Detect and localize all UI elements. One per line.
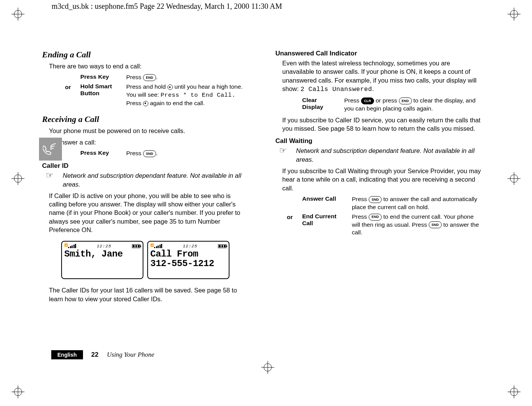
caller-id-p1: If Caller ID is active on your phone, yo… — [42, 192, 249, 234]
receiving-call-side-icon — [39, 138, 62, 161]
text: or press — [374, 97, 399, 104]
text: Press — [126, 100, 143, 106]
press-key-desc: Press END. — [126, 73, 249, 81]
end-current-call-label: End Current Call — [302, 213, 352, 237]
receiving-a-call-heading: Receiving a Call — [42, 114, 249, 124]
note-hand-icon: ☞ — [42, 171, 61, 180]
crop-mark-icon — [11, 385, 24, 398]
smart-button-icon — [143, 101, 148, 106]
end-current-call-desc: Press END to end the current call. Your … — [352, 213, 482, 237]
signal-icon: 📶 — [64, 244, 76, 249]
or-label: or — [287, 213, 302, 237]
crop-mark-icon — [11, 172, 24, 185]
receiving-line2: To answer a call: — [42, 138, 249, 146]
or-label: or — [65, 83, 80, 107]
battery-icon — [132, 244, 140, 248]
snd-key-icon: SND — [369, 196, 382, 203]
clr-key-icon: CLR — [361, 97, 374, 104]
phone-screen-number: 📶 12:25 Call From 312-555-1212 — [147, 241, 229, 279]
phone-screen-name: 📶 12:25 Smith, Jane — [61, 241, 143, 279]
call-waiting-note: Network and subscription dependant featu… — [294, 146, 482, 164]
battery-icon — [218, 244, 226, 248]
hold-smart-button-label: Hold Smart Button — [80, 83, 126, 107]
end-key-icon: END — [143, 74, 156, 81]
snd-key-icon: SND — [429, 221, 442, 228]
press-key-label: Press Key — [80, 73, 126, 81]
text: again to end the call. — [148, 100, 205, 106]
text: Press and hold — [126, 83, 168, 90]
ending-a-call-heading: Ending a Call — [42, 50, 249, 60]
end-key-icon: END — [369, 214, 382, 221]
crop-mark-icon — [508, 172, 521, 185]
page-footer: English 22 Using Your Phone — [51, 350, 258, 359]
answer-call-desc: Press SND to answer the call and automat… — [352, 195, 482, 211]
ending-intro-text: There are two ways to end a call: — [42, 62, 249, 70]
text: Press — [352, 196, 369, 202]
unanswered-heading: Unanswered Call Indicator — [275, 50, 482, 57]
caller-id-note: Network and subscription dependant featu… — [61, 171, 249, 188]
caller-id-p2: The Caller IDs for your last 16 callers … — [42, 286, 249, 303]
text: Press — [126, 74, 143, 80]
language-tab: English — [51, 350, 83, 359]
text: Call — [302, 220, 313, 226]
text: End Current — [302, 213, 337, 219]
unanswered-p2: If you subscribe to Caller ID service, y… — [275, 116, 482, 133]
unanswered-p1: Even with the latest wireless technology… — [275, 59, 482, 94]
smart-button-icon — [168, 84, 173, 90]
clear-display-desc: Press CLR or press END to clear the disp… — [344, 97, 482, 113]
text: Press — [344, 97, 361, 104]
crop-mark-icon — [508, 385, 521, 398]
running-header: m3cd_us.bk : usephone.fm5 Page 22 Wednes… — [52, 2, 282, 11]
answer-call-label: Answer Call — [302, 195, 352, 211]
press-key-label: Press Key — [80, 149, 126, 158]
receiving-line1: Your phone must be powered on to receive… — [42, 127, 249, 135]
screen-text: Call From — [150, 249, 226, 259]
text: Hold Smart — [80, 83, 112, 89]
text: Press — [126, 150, 143, 156]
crop-mark-icon — [508, 8, 521, 21]
screen-time: 12:25 — [97, 244, 111, 248]
screen-text: Smith, Jane — [64, 249, 140, 259]
press-key-desc: Press SND. — [126, 149, 249, 158]
signal-icon: 📶 — [150, 244, 162, 249]
snd-key-icon: SND — [143, 150, 156, 157]
text: Button — [80, 90, 99, 96]
chapter-title: Using Your Phone — [107, 351, 154, 359]
call-waiting-p1: If you subscribe to Call Waiting through… — [275, 167, 482, 192]
mono-text: 2 Calls Unanswered — [301, 86, 372, 93]
page-number: 22 — [91, 351, 99, 359]
note-hand-icon: ☞ — [275, 146, 294, 155]
text: Press — [352, 213, 369, 220]
mono-text: Press * to End Call. — [161, 92, 236, 99]
clear-display-label: Clear Display — [302, 97, 344, 113]
crop-mark-icon — [11, 8, 24, 21]
text: . — [372, 85, 374, 92]
text: . — [156, 74, 158, 80]
crop-mark-icon — [261, 361, 274, 374]
text: . — [156, 150, 158, 156]
screen-text: 312-555-1212 — [150, 259, 226, 268]
hold-smart-button-desc: Press and hold until you hear a high ton… — [126, 83, 249, 107]
text: Clear — [302, 97, 317, 103]
screen-time: 12:25 — [183, 244, 197, 248]
call-waiting-heading: Call Waiting — [275, 137, 482, 145]
caller-id-heading: Caller ID — [42, 162, 249, 170]
end-key-icon: END — [399, 97, 412, 104]
text: Display — [302, 104, 323, 110]
